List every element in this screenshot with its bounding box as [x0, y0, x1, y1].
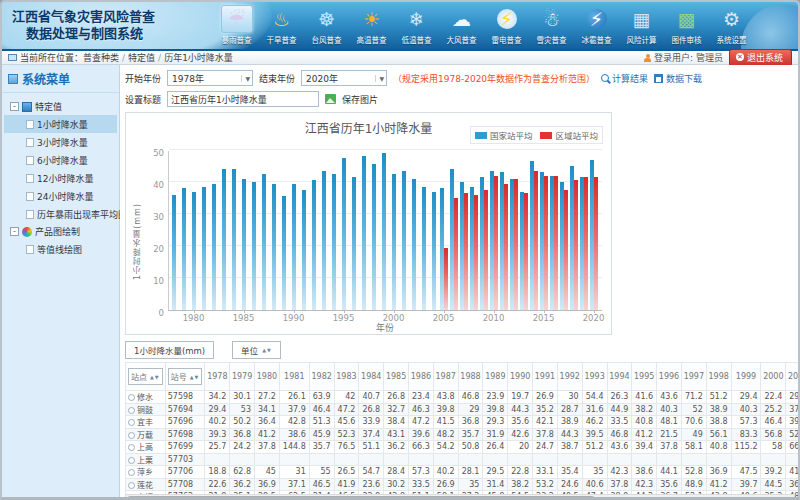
station-id: 57598 [165, 391, 205, 404]
station-radio[interactable] [128, 444, 135, 451]
value-cell: 46.8 [458, 391, 483, 404]
bar-national-1984 [232, 169, 236, 310]
station-id-sort-control[interactable]: 站号▲▼ [168, 368, 203, 385]
toolbar-item-cold[interactable]: ❄低温普查 [394, 5, 439, 45]
table-zone: 1小时降水量(mm) 单位 ▲▼ 站点▲▼站号▲▼197819791980198… [125, 341, 797, 497]
toolbar-item-map[interactable]: ▩图件审核 [664, 5, 709, 45]
logout-button[interactable]: ✕ 退出系统 [729, 49, 792, 67]
save-image-label: 保存图片 [342, 93, 378, 106]
toolbar-item-label: 台风普查 [312, 34, 342, 45]
value-cell: 44.1 [657, 466, 682, 479]
calc-result-button[interactable]: 计算结果 [601, 72, 648, 85]
value-cell [706, 453, 731, 466]
chart-panel: 江西省历年1小时降水量 国家站平均 区域站平均 1小时降水量(mm) 01020… [125, 112, 612, 335]
bar-national-1987 [262, 174, 266, 310]
station-radio[interactable] [128, 407, 135, 414]
toolbar-item-wind[interactable]: ☁大风普查 [439, 5, 484, 45]
value-cell: 29.4 [731, 391, 761, 404]
station-radio[interactable] [128, 482, 135, 489]
station-radio[interactable] [128, 394, 135, 401]
app-header: 江西省气象灾害风险普查 数据处理与制图系统 ☔暴雨普查♨干旱普查☸台风普查☀高温… [2, 2, 798, 49]
gridline [169, 149, 602, 150]
toolbar-item-lightning[interactable]: ⚡雷电普查 [484, 5, 529, 45]
bar-national-2002 [412, 179, 416, 310]
document-icon [26, 156, 34, 165]
value-cell: 48.9 [681, 478, 706, 491]
breadcrumb-segment[interactable]: 普查种类 [83, 51, 119, 64]
value-cell [384, 453, 409, 466]
station-radio[interactable] [128, 419, 135, 426]
toolbar-item-snow[interactable]: ☃雪灾普查 [529, 5, 574, 45]
value-cell: 37.8 [607, 478, 632, 491]
tree-item[interactable]: 1小时降水量 [4, 115, 117, 133]
tree-group-1[interactable]: -产品图绘制 [4, 223, 117, 240]
scrollbar-thumb[interactable] [127, 496, 595, 498]
value-cell: 22.6 [205, 478, 230, 491]
value-cell: 51.2 [706, 391, 731, 404]
value-cell: 49 [681, 428, 706, 441]
document-icon [26, 245, 34, 254]
legend-item-national[interactable]: 国家站平均 [475, 129, 533, 141]
value-cell: 83.3 [731, 428, 761, 441]
toolbar-item-hail[interactable]: ⚡冰雹普查 [574, 5, 619, 45]
bar-national-2011 [500, 172, 504, 310]
value-cell: 24.6 [557, 478, 582, 491]
value-cell: 38.9 [706, 403, 731, 416]
toolbar-item-settings[interactable]: ⚙系统设置 [709, 5, 754, 45]
expander-icon[interactable]: - [10, 227, 19, 236]
x-tick-label: 1990 [283, 313, 305, 323]
station-sort-control[interactable]: 站点▲▼ [128, 368, 163, 385]
expander-icon[interactable]: - [10, 102, 19, 111]
chart-title-input[interactable] [167, 91, 319, 107]
tree-item[interactable]: 6小时降水量 [4, 151, 117, 169]
value-cell: 26.9 [533, 391, 558, 404]
tree-item[interactable]: 3小时降水量 [4, 133, 117, 151]
value-cell: 24.7 [533, 441, 558, 454]
value-cell: 19.7 [508, 391, 533, 404]
bar-national-2016 [550, 176, 554, 310]
unit-sort-control[interactable]: 单位 ▲▼ [232, 341, 281, 359]
save-image-button[interactable]: 保存图片 [342, 93, 378, 106]
sort-arrows-icon: ▲▼ [150, 374, 160, 380]
breadcrumb-segment[interactable]: 特定值 [128, 51, 155, 64]
tree-item[interactable]: 12小时降水量 [4, 169, 117, 187]
tree-group-0[interactable]: -特定值 [4, 98, 117, 115]
value-cell: 45 [255, 466, 280, 479]
value-cell: 51.3 [309, 416, 334, 429]
station-radio[interactable] [128, 469, 135, 476]
y-tick-label: 30 [144, 212, 164, 222]
end-year-label: 结束年份 [259, 72, 295, 85]
data-download-button[interactable]: 数据下载 [654, 72, 702, 85]
value-cell: 70.6 [681, 416, 706, 429]
station-name: 铜鼓 [137, 406, 153, 415]
value-cell: 20 [508, 441, 533, 454]
end-year-select[interactable]: 2020年 ▼ [301, 70, 387, 86]
toolbar-item-sun[interactable]: ☀高温普查 [349, 5, 394, 45]
station-id: 57708 [165, 478, 205, 491]
tree-item[interactable]: 24小时降水量 [4, 187, 117, 205]
toolbar-item-heat[interactable]: ♨干旱普查 [259, 5, 304, 45]
value-cell [681, 453, 706, 466]
station-radio[interactable] [128, 457, 135, 464]
station-radio[interactable] [128, 432, 135, 439]
start-year-select[interactable]: 1978年 ▼ [167, 70, 253, 86]
toolbar-item-calc[interactable]: ▦风险计算 [619, 5, 664, 45]
value-cell: 29.5 [483, 466, 508, 479]
toolbar-item-rain[interactable]: ☔暴雨普查 [214, 5, 259, 45]
tree-item[interactable]: 历年暴雨出现率平均图 [4, 205, 117, 223]
horizontal-scrollbar[interactable] [125, 494, 795, 498]
value-cell: 40.3 [657, 403, 682, 416]
value-cell: 29.4 [205, 403, 230, 416]
value-cell: 43.1 [384, 428, 409, 441]
value-cell: 40.2 [205, 416, 230, 429]
bar-national-2015 [540, 172, 544, 310]
year-column-header: 1992 [557, 363, 582, 391]
sidebar-title-label: 系统菜单 [22, 70, 70, 87]
value-cell: 40.7 [359, 391, 384, 404]
value-cell: 35.4 [557, 466, 582, 479]
breadcrumb-segment[interactable]: 历年1小时降水量 [164, 51, 233, 64]
breadcrumb-bar: 当前所在位置： 普查种类/特定值/历年1小时降水量 登录用户: 管理员 ✕ 退出… [2, 49, 798, 65]
toolbar-item-typhoon[interactable]: ☸台风普查 [304, 5, 349, 45]
tree-item[interactable]: 等值线绘图 [4, 240, 117, 258]
legend-item-regional[interactable]: 区域站平均 [540, 129, 598, 141]
